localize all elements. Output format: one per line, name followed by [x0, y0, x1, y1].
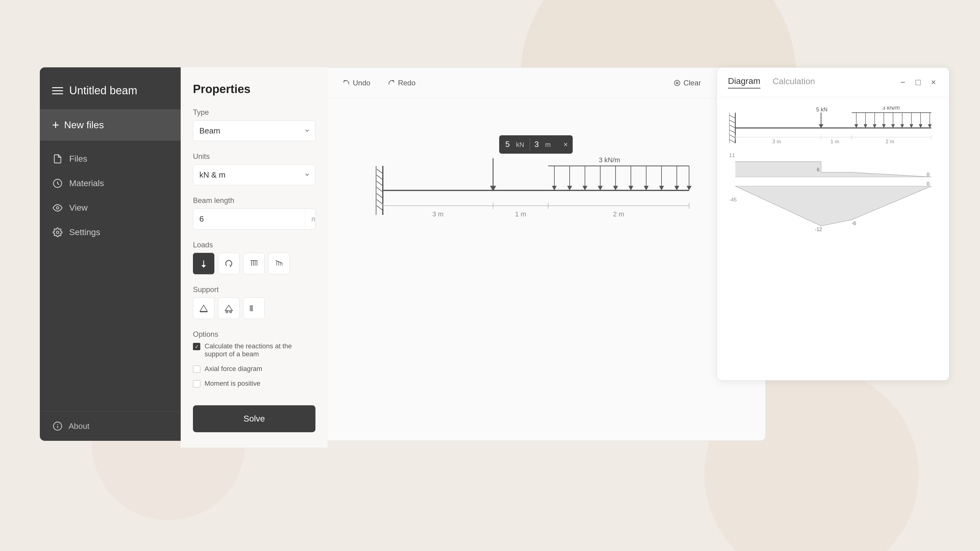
- info-icon: [52, 421, 63, 432]
- load-trapezoidal-btn[interactable]: [268, 253, 290, 274]
- canvas-area[interactable]: 5 kN 3 m ×: [328, 98, 765, 440]
- view-icon: [52, 202, 63, 213]
- redo-button[interactable]: Redo: [384, 76, 420, 90]
- app-title: Untitled beam: [69, 84, 137, 97]
- support-group: Support: [193, 285, 315, 319]
- tab-calculation[interactable]: Calculation: [773, 76, 815, 88]
- solve-button[interactable]: Solve: [193, 405, 315, 432]
- svg-point-20: [226, 311, 228, 313]
- svg-text:1 m: 1 m: [830, 139, 839, 144]
- support-roller-btn[interactable]: [218, 297, 240, 319]
- svg-text:2 m: 2 m: [886, 139, 894, 144]
- sidebar-item-view[interactable]: View: [40, 195, 181, 220]
- redo-label: Redo: [398, 79, 415, 87]
- about-label: About: [68, 421, 89, 431]
- load-point-btn[interactable]: [193, 253, 215, 274]
- svg-text:5 kN: 5 kN: [816, 106, 827, 113]
- load-distributed-btn[interactable]: [243, 253, 265, 274]
- svg-marker-94: [854, 124, 858, 128]
- svg-point-21: [230, 311, 232, 313]
- loads-label: Loads: [193, 241, 315, 249]
- svg-line-40: [377, 181, 383, 186]
- svg-marker-96: [864, 124, 867, 128]
- svg-line-86: [729, 140, 735, 143]
- support-buttons: [193, 297, 315, 319]
- diagram-window: Diagram Calculation − □ × 5 kN: [717, 67, 950, 381]
- beam-length-input-row: m: [193, 208, 315, 230]
- svg-text:-6: -6: [852, 221, 856, 226]
- file-icon: [52, 153, 63, 164]
- support-label: Support: [193, 285, 315, 294]
- svg-text:11: 11: [729, 152, 735, 158]
- diagram-maximize-button[interactable]: □: [913, 78, 923, 87]
- sidebar-item-settings[interactable]: Settings: [40, 220, 181, 245]
- svg-text:kN: kN: [516, 141, 524, 148]
- svg-line-39: [377, 175, 383, 180]
- svg-marker-120: [735, 162, 931, 177]
- support-pin-btn[interactable]: [193, 297, 215, 319]
- options-group: Options ✓ Calculate the reactions at the…: [193, 330, 315, 394]
- units-select[interactable]: kN & m: [193, 164, 315, 185]
- nav-label-files: Files: [69, 154, 87, 164]
- about-button[interactable]: About: [40, 411, 181, 441]
- sidebar-item-files[interactable]: Files: [40, 147, 181, 171]
- svg-line-42: [377, 194, 383, 198]
- diagram-content: 5 kN 3 kN/m: [717, 97, 949, 380]
- sidebar: Untitled beam + New files Files: [40, 67, 181, 441]
- hamburger-icon[interactable]: [52, 87, 63, 94]
- svg-marker-106: [910, 124, 913, 128]
- svg-marker-110: [928, 124, 932, 128]
- svg-marker-69: [687, 186, 692, 191]
- properties-title: Properties: [193, 83, 315, 96]
- beam-length-group: Beam length m: [193, 196, 315, 230]
- svg-marker-65: [659, 186, 664, 191]
- svg-marker-51: [552, 186, 557, 191]
- svg-line-83: [729, 125, 735, 128]
- svg-text:3  kN/m: 3 kN/m: [599, 156, 620, 164]
- svg-text:2 m: 2 m: [613, 210, 624, 218]
- option-axial-force: Axial force diagram: [193, 365, 315, 373]
- diagram-window-controls: − □ ×: [898, 78, 938, 87]
- svg-text:-45: -45: [729, 197, 737, 203]
- svg-text:3 kN/m: 3 kN/m: [882, 106, 900, 111]
- diagram-minimize-button[interactable]: −: [898, 78, 907, 87]
- svg-line-81: [729, 115, 735, 118]
- diagram-close-button[interactable]: ×: [929, 78, 938, 87]
- clear-button[interactable]: Clear: [670, 76, 705, 90]
- materials-icon: [52, 178, 63, 189]
- nav-label-view: View: [69, 203, 88, 213]
- svg-text:6: 6: [817, 167, 819, 172]
- undo-button[interactable]: Undo: [339, 76, 375, 90]
- svg-marker-55: [582, 186, 587, 191]
- svg-marker-125: [735, 186, 931, 226]
- sidebar-item-materials[interactable]: Materials: [40, 171, 181, 195]
- svg-point-2: [56, 231, 59, 233]
- svg-marker-108: [919, 124, 923, 128]
- option-moment-positive-label: Moment is positive: [205, 380, 260, 387]
- support-fixed-btn[interactable]: [243, 297, 265, 319]
- svg-line-84: [729, 130, 735, 133]
- svg-marker-89: [819, 124, 824, 128]
- diagram-header: Diagram Calculation − □ ×: [717, 68, 949, 97]
- option-moment-positive: Moment is positive: [193, 380, 315, 387]
- svg-line-43: [377, 200, 383, 204]
- type-select[interactable]: Beam: [193, 120, 315, 141]
- load-buttons: [193, 253, 315, 274]
- window-toolbar: Undo Redo Clear − □: [328, 68, 765, 98]
- svg-marker-53: [567, 186, 572, 191]
- svg-line-82: [729, 120, 735, 123]
- option-axial-force-checkbox[interactable]: [193, 365, 200, 373]
- properties-panel: Properties Type Beam Units kN & m Beam l…: [181, 67, 328, 448]
- option-calc-reactions-checkbox[interactable]: ✓: [193, 343, 200, 350]
- load-moment-btn[interactable]: [218, 253, 240, 274]
- svg-text:3 m: 3 m: [433, 210, 444, 218]
- svg-line-85: [729, 135, 735, 138]
- option-moment-positive-checkbox[interactable]: [193, 380, 200, 387]
- beam-length-label: Beam length: [193, 196, 315, 205]
- diagram-svg: 5 kN 3 kN/m: [729, 106, 937, 370]
- beam-length-input[interactable]: [193, 209, 305, 229]
- new-files-button[interactable]: + New files: [40, 110, 181, 140]
- svg-text:-12: -12: [815, 227, 822, 232]
- tab-diagram[interactable]: Diagram: [728, 76, 760, 89]
- svg-marker-61: [628, 186, 633, 191]
